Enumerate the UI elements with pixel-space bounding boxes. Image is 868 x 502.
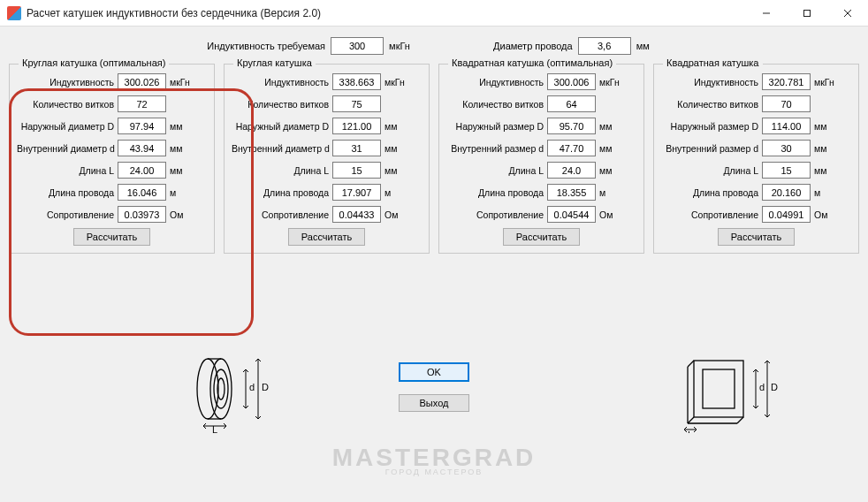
field-input[interactable] (547, 162, 596, 179)
panel-title: Круглая катушка (оптимальная) (19, 57, 169, 68)
field-label: Внутренний диаметр d (17, 143, 114, 154)
field-label: Количество витков (446, 99, 544, 110)
field-label: Наружный размер D (661, 121, 758, 132)
close-button[interactable] (827, 0, 868, 27)
field-label: Количество витков (661, 99, 758, 110)
field-row: Количество витков (661, 95, 851, 112)
field-unit: мм (599, 165, 622, 176)
field-row: ИндуктивностьмкГн (17, 73, 207, 90)
field-label: Сопротивление (232, 209, 329, 220)
field-row: Наружный диаметр Dмм (232, 118, 422, 134)
maximize-button[interactable] (787, 0, 827, 27)
field-input[interactable] (762, 162, 811, 179)
field-input[interactable] (118, 140, 166, 156)
diagram-label-L: L (688, 430, 693, 433)
field-input[interactable] (547, 184, 596, 201)
field-label: Наружный размер D (446, 121, 544, 132)
field-row: Наружный размер Dмм (446, 118, 636, 134)
field-unit: мкГн (170, 77, 193, 87)
field-row: ИндуктивностьмкГн (232, 73, 422, 90)
field-label: Количество витков (17, 99, 114, 110)
svg-point-8 (214, 369, 228, 408)
field-input[interactable] (547, 95, 596, 112)
field-unit: м (599, 187, 622, 198)
field-input[interactable] (118, 95, 166, 112)
calculate-button[interactable]: Рассчитать (503, 228, 580, 246)
field-input[interactable] (332, 118, 381, 134)
field-row: Длина Lмм (661, 162, 851, 179)
panels-container: Круглая катушка (оптимальная)Индуктивнос… (9, 64, 859, 254)
field-row: Длина проводам (17, 184, 207, 201)
field-unit: мкГн (599, 77, 622, 87)
calculate-button[interactable]: Рассчитать (288, 228, 365, 246)
window-title: Расчет катушек индуктивности без сердечн… (27, 7, 746, 19)
field-input[interactable] (332, 140, 381, 156)
svg-rect-14 (703, 369, 735, 408)
field-input[interactable] (762, 140, 811, 156)
panel-title: Квадратная катушка (оптимальная) (448, 57, 616, 68)
field-input[interactable] (762, 73, 811, 90)
exit-button[interactable]: Выход (399, 394, 469, 412)
required-inductance-unit: мкГн (389, 41, 414, 51)
panel-title: Круглая катушка (233, 57, 316, 68)
field-input[interactable] (547, 206, 596, 223)
field-input[interactable] (762, 206, 811, 223)
field-input[interactable] (332, 162, 381, 179)
field-row: Количество витков (17, 95, 207, 112)
field-label: Длина L (661, 165, 758, 176)
required-inductance-input[interactable] (331, 37, 384, 55)
wire-diameter-unit: мм (636, 41, 661, 51)
field-input[interactable] (332, 73, 381, 90)
field-label: Индуктивность (446, 77, 544, 87)
field-label: Наружный диаметр D (232, 121, 329, 132)
ok-button[interactable]: OK (399, 362, 469, 382)
field-input[interactable] (118, 118, 166, 134)
field-unit: мм (814, 121, 837, 132)
minimize-button[interactable] (746, 0, 787, 27)
field-row: Наружный размер Dмм (661, 118, 851, 134)
field-row: Наружный диаметр Dмм (17, 118, 207, 134)
field-label: Сопротивление (17, 209, 114, 220)
field-unit: Ом (599, 209, 622, 220)
field-label: Длина L (17, 165, 114, 176)
calculate-button[interactable]: Рассчитать (718, 228, 795, 246)
wire-diameter-input[interactable] (578, 37, 631, 55)
field-label: Количество витков (232, 99, 329, 110)
field-label: Индуктивность (661, 77, 758, 87)
field-input[interactable] (118, 162, 166, 179)
field-unit: м (385, 187, 407, 198)
coil-panel-0: Круглая катушка (оптимальная)Индуктивнос… (9, 64, 215, 254)
field-input[interactable] (762, 184, 811, 201)
field-unit: мм (599, 143, 622, 154)
field-row: Внутренний размер dмм (446, 140, 636, 156)
field-row: Длина Lмм (17, 162, 207, 179)
field-input[interactable] (547, 118, 596, 134)
field-row: Количество витков (232, 95, 422, 112)
field-input[interactable] (118, 184, 166, 201)
field-row: Длина проводам (446, 184, 636, 201)
field-input[interactable] (118, 73, 166, 90)
field-input[interactable] (332, 206, 381, 223)
field-input[interactable] (547, 140, 596, 156)
field-input[interactable] (332, 184, 381, 201)
field-input[interactable] (332, 95, 381, 112)
diagram-label-d: d (249, 382, 255, 392)
field-unit: мкГн (385, 77, 407, 87)
panel-title: Квадратная катушка (663, 57, 763, 68)
field-unit: мм (385, 165, 407, 176)
field-row: Внутренний размер dмм (661, 140, 851, 156)
field-input[interactable] (762, 118, 811, 134)
field-label: Наружный диаметр D (17, 121, 114, 132)
field-label: Длина провода (17, 187, 114, 198)
field-input[interactable] (547, 73, 596, 90)
round-coil-diagram: d D L (177, 345, 283, 433)
field-input[interactable] (762, 95, 811, 112)
window-titlebar: Расчет катушек индуктивности без сердечн… (0, 0, 868, 27)
field-row: Внутренний диаметр dмм (232, 140, 422, 156)
field-row: Длина проводам (661, 184, 851, 201)
diagram-label-L: L (212, 424, 217, 433)
field-row: СопротивлениеОм (232, 206, 422, 223)
calculate-button[interactable]: Рассчитать (73, 228, 150, 246)
field-row: Длина проводам (232, 184, 422, 201)
field-input[interactable] (118, 206, 166, 223)
